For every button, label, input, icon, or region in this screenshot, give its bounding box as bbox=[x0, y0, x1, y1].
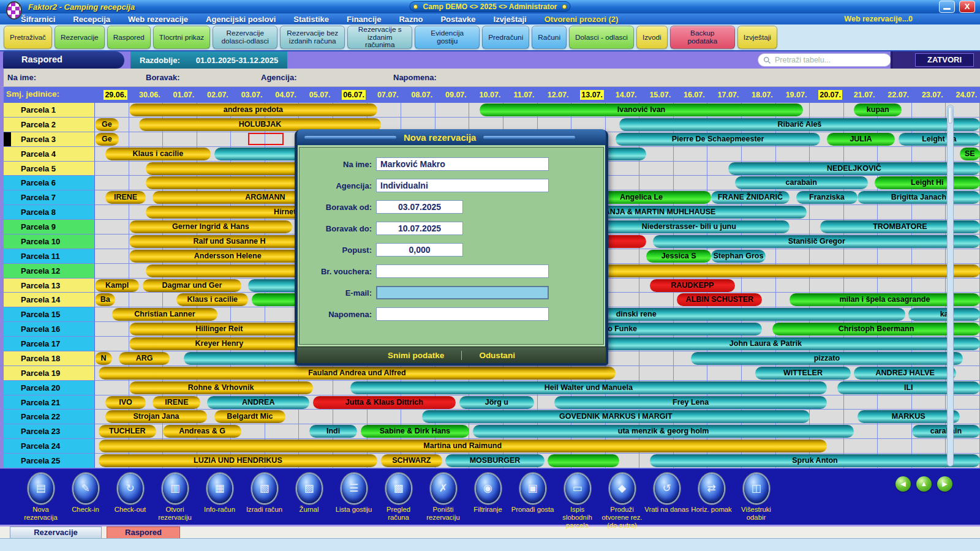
reservation-bar[interactable]: IVO bbox=[105, 396, 146, 409]
reservation-bar[interactable]: Franziska bbox=[796, 191, 858, 204]
reservation-bar[interactable]: pizzato bbox=[691, 352, 963, 365]
bottom-button-filtriranje[interactable]: ◉Filtriranje bbox=[466, 474, 510, 514]
toolbar-button-dolasci-odlasci[interactable]: Dolasci - odlasci bbox=[569, 26, 634, 49]
reservation-bar[interactable]: Andreas & G bbox=[163, 425, 241, 438]
bottom-button-izradi-ra-un[interactable]: ▧Izradi račun bbox=[242, 474, 287, 514]
scroll-up-button[interactable]: ▲ bbox=[916, 476, 932, 492]
bottom-button-horiz-pomak[interactable]: ⇄Horiz. pomak bbox=[689, 474, 734, 514]
zatvori-button[interactable]: ZATVORI bbox=[915, 53, 974, 67]
menu-item-recepcija[interactable]: Recepcija bbox=[73, 15, 110, 24]
reservation-bar[interactable]: Klaus i cacilie bbox=[176, 293, 248, 306]
reservation-bar[interactable]: Belgardt Mic bbox=[214, 410, 286, 423]
toolbar-button-rezervacije-s-izdanim-ra-unima[interactable]: Rezervacije s izdanim računima bbox=[347, 26, 412, 49]
reservation-bar[interactable]: Martina und Raimund bbox=[99, 440, 827, 452]
bottom-button-check-in[interactable]: ✎Check-in bbox=[63, 474, 108, 514]
row-label-parcela-23[interactable]: Parcela 23 bbox=[0, 424, 95, 439]
reservation-bar[interactable]: ANDREJ HALVE bbox=[854, 367, 956, 380]
reservation-bar[interactable]: SCHWARZ bbox=[381, 454, 442, 467]
reservation-bar[interactable]: WITTELER bbox=[755, 367, 851, 380]
menu-item-razno[interactable]: Razno bbox=[399, 15, 423, 24]
bottom-button-lista-gostiju[interactable]: ☰Lista gostiju bbox=[331, 474, 376, 514]
reservation-bar[interactable]: ARG bbox=[119, 352, 170, 365]
bottom-button--urnal[interactable]: ▨Žurnal bbox=[287, 474, 331, 514]
bottom-button-otvori-rezervaciju[interactable]: ▥Otvori rezervaciju bbox=[153, 474, 197, 522]
menu-item-financije[interactable]: Financije bbox=[347, 15, 381, 24]
reservation-bar[interactable]: MOSBURGER bbox=[445, 454, 544, 467]
bottom-button-ispis-slobodnih-parcela[interactable]: ▭Ispis slobodnih parcela bbox=[555, 474, 600, 530]
reservation-bar[interactable]: Spruk Anton bbox=[650, 454, 980, 467]
toolbar-button-rezervacije[interactable]: Rezervacije bbox=[55, 26, 105, 49]
row-label-parcela-10[interactable]: Parcela 10 bbox=[0, 234, 95, 249]
reservation-bar[interactable]: Ge bbox=[95, 118, 119, 131]
reservation-bar[interactable]: kupan bbox=[854, 103, 902, 116]
reservation-bar[interactable]: ANDREA bbox=[207, 396, 309, 409]
reservation-bar[interactable]: andreas predota bbox=[129, 103, 378, 116]
bottom-button-prona-i-gosta[interactable]: ▣Pronađi gosta bbox=[510, 474, 555, 514]
reservation-bar[interactable]: Sabine & Dirk Hans bbox=[361, 425, 470, 438]
selection-box[interactable] bbox=[248, 133, 284, 145]
reservation-bar[interactable]: Stephan Gros bbox=[711, 250, 766, 263]
toolbar-button-pretra-iva-[interactable]: Pretraživač bbox=[4, 26, 52, 49]
table-search[interactable] bbox=[758, 53, 891, 67]
toolbar-button-rezervacije-dolasci-odlasci[interactable]: Rezervacije dolasci-odlasci bbox=[213, 26, 277, 49]
reservation-bar[interactable]: Ge bbox=[95, 133, 119, 146]
reservation-bar[interactable]: John Laura & Patrik bbox=[551, 337, 980, 350]
reservation-bar[interactable]: N bbox=[95, 352, 112, 365]
toolbar-button-izvje-taji[interactable]: Izvještaji bbox=[737, 26, 777, 49]
row-label-parcela-8[interactable]: Parcela 8 bbox=[0, 205, 95, 220]
row-label-parcela-9[interactable]: Parcela 9 bbox=[0, 220, 95, 234]
reservation-bar[interactable]: JULIA bbox=[827, 133, 895, 146]
reservation-bar[interactable]: Christian Lanner bbox=[112, 308, 217, 321]
search-input[interactable] bbox=[775, 56, 886, 64]
close-button[interactable]: X bbox=[959, 1, 975, 13]
reservation-bar[interactable]: RAUDKEPP bbox=[650, 279, 735, 292]
menu-item-izvje-taji[interactable]: Izvještaji bbox=[494, 15, 527, 24]
reservation-bar[interactable]: Niederstrasser- bili u junu bbox=[589, 220, 790, 233]
reservation-bar[interactable]: IRENE bbox=[153, 396, 200, 409]
bottom-button-info-ra-un[interactable]: ▦Info-račun bbox=[197, 474, 242, 514]
reservation-bar[interactable]: ka bbox=[908, 308, 980, 321]
reservation-bar[interactable]: Dagmar und Ger bbox=[143, 279, 241, 292]
bottom-button-poni-ti-rezervaciju[interactable]: ✗Poništi rezervaciju bbox=[421, 474, 466, 522]
reservation-bar[interactable]: carabain bbox=[735, 176, 868, 189]
voucher-field[interactable] bbox=[376, 264, 549, 278]
reservation-bar[interactable]: Leight Sa bbox=[899, 133, 980, 146]
row-label-parcela-12[interactable]: Parcela 12 bbox=[0, 264, 95, 279]
reservation-bar[interactable]: MARKUS bbox=[858, 410, 960, 423]
reservation-bar[interactable]: Frey Lena bbox=[554, 396, 827, 409]
row-label-parcela-4[interactable]: Parcela 4 bbox=[0, 147, 95, 162]
menu-item-agencijski-poslovi[interactable]: Agencijski poslovi bbox=[206, 15, 276, 24]
row-label-parcela-13[interactable]: Parcela 13 bbox=[0, 279, 95, 293]
vertical-scrollbar[interactable] bbox=[947, 105, 954, 467]
reservation-bar[interactable]: Jutta & Klaus Dittrich bbox=[313, 396, 456, 409]
reservation-bar[interactable]: TUCHLER bbox=[99, 425, 156, 438]
email-field[interactable] bbox=[376, 286, 549, 299]
cancel-button[interactable]: Odustani bbox=[479, 351, 515, 360]
row-label-parcela-1[interactable]: Parcela 1 bbox=[0, 103, 95, 118]
reservation-bar[interactable]: Hillinger Reit bbox=[129, 323, 310, 335]
tab-rezervacije[interactable]: Rezervacije bbox=[10, 527, 102, 538]
row-label-parcela-3[interactable]: Parcela 3 bbox=[0, 132, 95, 147]
reservation-bar[interactable]: FRANE ŽNIDARIČ bbox=[711, 191, 790, 204]
row-label-parcela-22[interactable]: Parcela 22 bbox=[0, 410, 95, 424]
row-label-parcela-19[interactable]: Parcela 19 bbox=[0, 366, 95, 381]
row-label-parcela-5[interactable]: Parcela 5 bbox=[0, 162, 95, 176]
stay-to-field[interactable] bbox=[376, 222, 463, 235]
reservation-bar[interactable]: Heil Walter und Manuela bbox=[350, 381, 827, 394]
scroll-left-button[interactable]: ◀ bbox=[895, 476, 911, 492]
reservation-bar[interactable]: Brigitta Janach bbox=[858, 191, 980, 204]
bottom-button-check-out[interactable]: ↻Check-out bbox=[108, 474, 153, 514]
toolbar-button-raspored[interactable]: Raspored bbox=[107, 26, 151, 49]
reservation-bar[interactable]: ILI bbox=[837, 381, 980, 394]
reservation-bar[interactable]: uta menzik & georg holm bbox=[473, 425, 854, 438]
menu-item-postavke[interactable]: Postavke bbox=[440, 15, 475, 24]
save-button[interactable]: Snimi podatke bbox=[388, 351, 444, 360]
reservation-bar[interactable]: Indi bbox=[309, 425, 357, 438]
menu-item-otvoreni-prozori[interactable]: Otvoreni prozori (2) bbox=[545, 15, 619, 24]
row-label-parcela-25[interactable]: Parcela 25 bbox=[0, 454, 95, 468]
toolbar-button-izvodi[interactable]: Izvodi bbox=[636, 26, 668, 49]
discount-field[interactable] bbox=[376, 243, 463, 257]
row-label-parcela-2[interactable]: Parcela 2 bbox=[0, 118, 95, 132]
reservation-bar[interactable]: SE bbox=[960, 148, 980, 160]
row-label-parcela-15[interactable]: Parcela 15 bbox=[0, 307, 95, 322]
